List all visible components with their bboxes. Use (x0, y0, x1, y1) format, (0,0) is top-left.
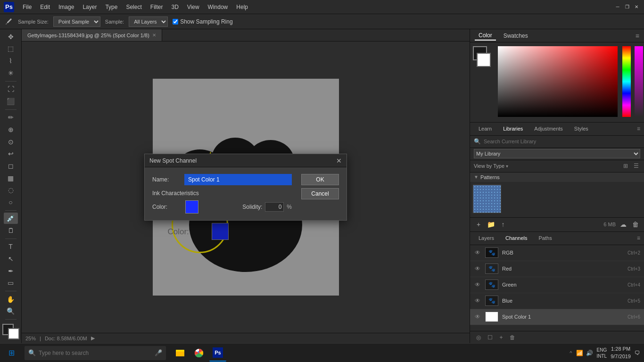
show-sampling-ring-option[interactable]: Show Sampling Ring (173, 18, 232, 25)
selection-tool[interactable]: ⬚ (4, 43, 18, 55)
magic-wand-tool[interactable]: ✳ (4, 67, 18, 79)
list-view-icon[interactable]: ☰ (632, 162, 640, 170)
menu-type[interactable]: Type (101, 3, 121, 11)
text-tool[interactable]: T (4, 241, 18, 253)
opacity-slider[interactable] (635, 46, 643, 117)
document-tab[interactable]: GettyImages-131584349.jpg @ 25% (Spot Co… (22, 29, 162, 41)
menu-3d[interactable]: 3D (167, 3, 182, 11)
channel-visibility-red[interactable]: 👁 (474, 265, 481, 272)
start-button[interactable]: ⊞ (0, 344, 23, 362)
view-by-type-chevron[interactable]: ▾ (506, 164, 508, 169)
clone-tool[interactable]: ⊙ (4, 136, 18, 148)
name-input[interactable] (184, 174, 292, 185)
color-field[interactable] (498, 46, 618, 117)
export-lib-button[interactable]: ↑ (498, 220, 508, 229)
restore-button[interactable]: ❐ (623, 3, 631, 11)
cloud-sync-icon[interactable]: ☁ (619, 220, 628, 229)
channel-row-green[interactable]: 👁 🐾 Green Ctrl+4 (470, 277, 644, 293)
solidity-input[interactable] (265, 202, 284, 212)
taskbar-search-box[interactable]: 🔍 🎤 (25, 346, 166, 360)
menu-layer[interactable]: Layer (79, 3, 100, 11)
shape-tool[interactable]: ▭ (4, 278, 18, 289)
path-select-tool[interactable]: ↖ (4, 253, 18, 264)
heal-tool[interactable]: ⊕ (4, 124, 18, 135)
channel-row-rgb[interactable]: 👁 🐾 RGB Ctrl+2 (470, 245, 644, 261)
taskbar-app-explorer[interactable] (172, 345, 189, 362)
folder-lib-button[interactable]: 📁 (486, 220, 495, 229)
pen-tool[interactable]: ✒ (4, 265, 18, 277)
language-badge[interactable]: ENGINTL (597, 347, 607, 359)
channel-row-spot[interactable]: 👁 Spot Color 1 Ctrl+6 (470, 309, 644, 325)
gradient-tool[interactable]: ▦ (4, 173, 18, 184)
move-tool[interactable]: ✥ (4, 31, 18, 42)
eyedropper-tool[interactable]: 💉 (4, 213, 18, 224)
color-picker-swatch[interactable] (185, 200, 198, 214)
note-tool[interactable]: 🗒 (4, 225, 18, 236)
background-swatch[interactable] (477, 53, 491, 67)
volume-icon[interactable]: 🔊 (586, 350, 593, 356)
styles-tab[interactable]: Styles (570, 125, 593, 132)
measure-tool[interactable]: ⬛ (4, 96, 18, 107)
menu-image[interactable]: Image (55, 3, 78, 11)
patterns-toggle[interactable]: ▼ (474, 174, 479, 180)
delete-lib-button[interactable]: 🗑 (631, 220, 640, 229)
taskbar-hidden-icons[interactable]: ^ (570, 350, 572, 356)
channel-visibility-spot[interactable]: 👁 (474, 313, 481, 321)
show-sampling-ring-checkbox[interactable] (173, 19, 178, 25)
hue-slider[interactable] (622, 46, 631, 117)
swatches-tab[interactable]: Swatches (500, 32, 532, 40)
channel-visibility-rgb[interactable]: 👁 (474, 249, 481, 256)
menu-select[interactable]: Select (122, 3, 145, 11)
canvas-container[interactable]: Color: New Spot Channel ✕ Name: (22, 41, 470, 333)
patterns-section-header[interactable]: ▼ Patterns (470, 173, 644, 182)
learn-tab[interactable]: Learn (474, 125, 496, 132)
color-gradient-area[interactable] (498, 46, 618, 117)
background-color-swatch[interactable] (8, 328, 19, 339)
channels-tab[interactable]: Channels (501, 234, 532, 242)
minimize-button[interactable]: ─ (614, 3, 621, 11)
ok-button[interactable]: OK (301, 174, 339, 185)
zoom-tool[interactable]: 🔍 (4, 306, 18, 317)
taskbar-app-chrome[interactable] (190, 345, 207, 362)
taskbar-search-input[interactable] (39, 350, 152, 356)
notification-icon[interactable]: 🗨 (635, 350, 640, 356)
new-channel-button[interactable]: + (496, 333, 506, 342)
menu-file[interactable]: File (19, 3, 35, 11)
dodge-tool[interactable]: ○ (4, 197, 18, 208)
grid-view-icon[interactable]: ⊞ (621, 162, 630, 170)
libraries-tab[interactable]: Libraries (498, 125, 528, 132)
hand-tool[interactable]: ✋ (4, 294, 18, 305)
menu-filter[interactable]: Filter (147, 3, 167, 11)
foreground-background-colors[interactable] (2, 324, 19, 339)
menu-help[interactable]: Help (232, 3, 252, 11)
adjustments-tab[interactable]: Adjustments (529, 125, 568, 132)
fg-bg-swatches[interactable] (473, 46, 494, 67)
lib-panel-menu[interactable]: ≡ (637, 125, 640, 132)
taskbar-app-photoshop[interactable]: Ps (209, 345, 226, 362)
color-tab[interactable]: Color (475, 31, 496, 41)
sample-select[interactable]: All Layers (129, 16, 168, 27)
tab-close-button[interactable]: ✕ (152, 33, 156, 38)
channel-visibility-green[interactable]: 👁 (474, 281, 481, 288)
delete-channel-button[interactable]: 🗑 (508, 333, 517, 342)
panel-menu-icon[interactable]: ≡ (636, 32, 639, 40)
load-channel-button[interactable]: ◎ (474, 333, 483, 342)
paths-tab[interactable]: Paths (534, 234, 557, 242)
channel-visibility-blue[interactable]: 👁 (474, 297, 481, 304)
channels-panel-menu[interactable]: ≡ (637, 235, 640, 241)
close-button[interactable]: ✕ (633, 3, 640, 11)
add-lib-item-button[interactable]: + (474, 220, 483, 229)
network-icon[interactable]: 📶 (576, 350, 583, 356)
layers-tab[interactable]: Layers (474, 234, 499, 242)
crop-tool[interactable]: ⛶ (4, 83, 18, 95)
cancel-button[interactable]: Cancel (301, 188, 339, 199)
menu-window[interactable]: Window (204, 3, 232, 11)
history-brush[interactable]: ↩ (4, 148, 18, 159)
pattern-item[interactable] (473, 185, 501, 213)
menu-edit[interactable]: Edit (36, 3, 54, 11)
save-selection-button[interactable]: ☐ (485, 333, 495, 342)
channel-row-red[interactable]: 👁 🐾 Red Ctrl+3 (470, 261, 644, 277)
blur-tool[interactable]: ◌ (4, 184, 18, 196)
status-arrow[interactable]: ▶ (91, 335, 95, 341)
lasso-tool[interactable]: ⌇ (4, 55, 18, 66)
